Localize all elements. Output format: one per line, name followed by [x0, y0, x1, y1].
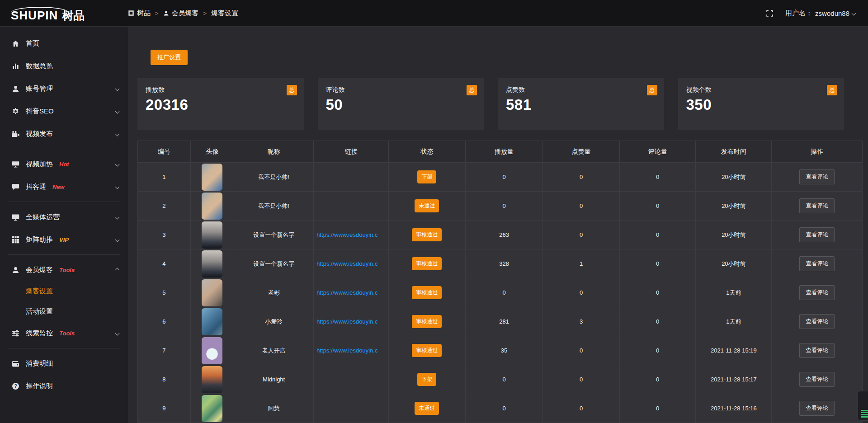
cell-comments: 0	[620, 249, 696, 278]
sidebar-item-data-overview[interactable]: 数据总览	[0, 55, 128, 77]
view-comments-button[interactable]: 查看评论	[799, 285, 835, 300]
cell-likes: 1	[543, 249, 620, 278]
avatar	[202, 279, 222, 306]
gear-icon	[12, 108, 19, 115]
cell-id: 7	[138, 336, 191, 365]
cell-id: 5	[138, 278, 191, 307]
table-row: 4 设置一个新名字 https://www.iesdouyin.c 审核通过 3…	[138, 249, 862, 278]
stat-card-comments: 评论数 50 总	[318, 78, 484, 130]
view-comments-button[interactable]: 查看评论	[799, 401, 835, 416]
breadcrumb-item-section[interactable]: 会员爆客	[163, 9, 199, 18]
chevron-down-icon	[115, 237, 120, 242]
status-badge: 审核通过	[412, 315, 442, 328]
sidebar-item-matrix-boost[interactable]: 矩阵助推 VIP	[0, 228, 128, 251]
cell-likes: 0	[543, 192, 620, 220]
user-menu[interactable]: 用户名： zswodun88	[785, 9, 855, 18]
cell-id: 2	[138, 192, 191, 220]
video-link[interactable]: https://www.iesdouyin.c	[316, 260, 386, 267]
col-header-link: 链接	[314, 141, 389, 162]
cell-time: 2021-11-28 15:19	[696, 336, 772, 365]
main-content: 推广设置 播放数 20316 总 评论数 50 总 点赞数 581 总 视频个数…	[128, 27, 868, 423]
total-badge: 总	[287, 85, 297, 95]
view-comments-button[interactable]: 查看评论	[799, 198, 835, 213]
sidebar-item-lead-monitor[interactable]: 线索监控 Tools	[0, 322, 128, 344]
cell-comments: 0	[620, 365, 696, 394]
cell-likes: 0	[543, 336, 620, 365]
chevron-down-icon	[115, 109, 120, 113]
sidebar-item-douketong[interactable]: 抖客通 New	[0, 175, 128, 198]
col-header-comments: 评论量	[620, 141, 696, 162]
stat-value: 581	[506, 96, 656, 113]
sidebar-item-account-mgmt[interactable]: 账号管理	[0, 77, 128, 100]
video-link[interactable]: https://www.iesdouyin.c	[316, 231, 386, 238]
sidebar-item-label: 抖音SEO	[26, 107, 54, 116]
cell-id: 1	[138, 163, 191, 191]
status-badge: 下架	[417, 170, 436, 183]
window-icon	[128, 10, 134, 16]
sidebar-item-spend-detail[interactable]: 消费明细	[0, 352, 128, 375]
view-comments-button[interactable]: 查看评论	[799, 227, 835, 242]
cell-comments: 0	[620, 336, 696, 365]
sidebar-item-help[interactable]: ? 操作说明	[0, 375, 128, 397]
cell-plays: 35	[466, 336, 543, 365]
breadcrumb-current-label: 爆客设置	[211, 9, 238, 18]
cell-id: 9	[138, 394, 191, 423]
table-row: 7 老人开店 https://www.iesdouyin.c 审核通过 35 0…	[138, 336, 862, 365]
col-header-id: 编号	[138, 141, 191, 162]
cell-likes: 0	[543, 394, 620, 423]
view-comments-button[interactable]: 查看评论	[799, 343, 835, 358]
col-header-status: 状态	[389, 141, 466, 162]
status-badge: 审核通过	[412, 344, 442, 357]
video-link[interactable]: https://www.iesdouyin.c	[316, 318, 386, 325]
cell-likes: 0	[543, 365, 620, 394]
new-badge: New	[52, 183, 65, 190]
col-header-avatar: 头像	[191, 141, 234, 162]
floating-widget[interactable]	[858, 391, 868, 421]
tools-badge: Tools	[59, 267, 75, 273]
app-logo[interactable]: SHUPIN 树品	[0, 4, 128, 23]
avatar	[202, 395, 222, 422]
sidebar-divider	[8, 348, 120, 348]
sidebar-item-omnimedia[interactable]: 全媒体运营	[0, 206, 128, 228]
sidebar-item-douyin-seo[interactable]: 抖音SEO	[0, 100, 128, 122]
fullscreen-icon[interactable]	[766, 9, 774, 17]
cell-plays: 281	[466, 307, 543, 336]
chevron-down-icon	[852, 11, 856, 15]
chat-icon	[12, 183, 19, 191]
table-row: 3 设置一个新名字 https://www.iesdouyin.c 审核通过 2…	[138, 221, 862, 249]
video-link[interactable]: https://www.iesdouyin.c	[316, 289, 386, 296]
sidebar-subitem-activity-settings[interactable]: 活动设置	[0, 301, 128, 322]
stat-cards: 播放数 20316 总 评论数 50 总 点赞数 581 总 视频个数 350 …	[137, 78, 844, 130]
sidebar-item-video-heat[interactable]: 视频加热 Hot	[0, 153, 128, 175]
cell-nickname: 阿慧	[234, 394, 314, 423]
view-comments-button[interactable]: 查看评论	[799, 314, 835, 329]
sidebar-item-video-publish[interactable]: 视频发布	[0, 122, 128, 145]
view-comments-button[interactable]: 查看评论	[799, 256, 835, 271]
cell-comments: 0	[620, 278, 696, 307]
col-header-actions: 操作	[772, 141, 862, 162]
stat-value: 350	[686, 96, 836, 113]
cell-likes: 0	[543, 221, 620, 249]
chevron-down-icon	[115, 215, 120, 219]
stat-card-plays: 播放数 20316 总	[137, 78, 304, 130]
chevron-up-icon	[115, 268, 120, 272]
sidebar-subitem-baoke-settings[interactable]: 爆客设置	[0, 281, 128, 301]
vip-badge: VIP	[59, 236, 69, 243]
video-link[interactable]: https://www.iesdouyin.c	[316, 347, 386, 354]
sliders-icon	[12, 329, 19, 337]
avatar	[202, 193, 222, 220]
wallet-icon	[12, 360, 19, 367]
promo-settings-button[interactable]: 推广设置	[151, 50, 188, 65]
breadcrumb-item-home[interactable]: 树品	[128, 9, 151, 18]
cell-id: 4	[138, 249, 191, 278]
cell-id: 6	[138, 307, 191, 336]
cell-plays: 0	[466, 394, 543, 423]
total-badge: 总	[827, 85, 837, 95]
sidebar-item-member-baoke[interactable]: 会员爆客 Tools	[0, 258, 128, 281]
view-comments-button[interactable]: 查看评论	[799, 169, 835, 184]
status-badge: 下架	[417, 373, 436, 386]
view-comments-button[interactable]: 查看评论	[799, 372, 835, 387]
cell-nickname: 小爱玲	[234, 307, 314, 336]
sidebar-item-home[interactable]: 首页	[0, 32, 128, 55]
status-badge: 审核通过	[412, 228, 442, 241]
